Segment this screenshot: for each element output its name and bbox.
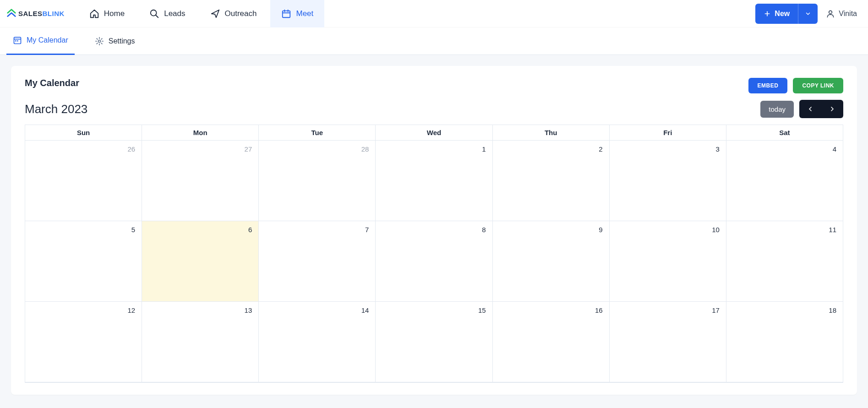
- calendar-day-number: 18: [829, 306, 836, 314]
- calendar-cell[interactable]: 7: [259, 221, 376, 302]
- svg-point-13: [98, 40, 100, 42]
- nav-leads[interactable]: Leads: [138, 0, 196, 27]
- user-name: Vinita: [839, 10, 857, 18]
- calendar-cell[interactable]: 27: [142, 141, 259, 221]
- new-button-label: New: [775, 10, 790, 18]
- nav-meet-label: Meet: [296, 9, 313, 18]
- calendar-day-number: 2: [599, 145, 602, 153]
- calendar-day-number: 3: [716, 145, 720, 153]
- today-button[interactable]: today: [760, 101, 794, 118]
- nav-home[interactable]: Home: [78, 0, 136, 27]
- svg-rect-11: [15, 40, 16, 42]
- subnav: My Calendar Settings: [0, 27, 868, 55]
- logo-icon: [6, 9, 16, 19]
- home-icon: [89, 9, 99, 19]
- nav-meet[interactable]: Meet: [270, 0, 324, 27]
- calendar-card: My Calendar EMBED COPY LINK March 2023 t…: [11, 66, 857, 395]
- day-header-fri: Fri: [610, 125, 726, 141]
- calendar-cell[interactable]: 4: [726, 141, 843, 221]
- calendar-row: 12131415161718: [25, 302, 843, 382]
- calendar-day-number: 11: [829, 226, 836, 234]
- calendar-day-number: 9: [599, 226, 602, 234]
- calendar-day-number: 27: [245, 145, 252, 153]
- prev-month-button[interactable]: [799, 100, 821, 118]
- calendar-cell[interactable]: 17: [610, 302, 726, 382]
- calendar-day-number: 26: [127, 145, 135, 153]
- calendar-grid: Sun Mon Tue Wed Thu Fri Sat 262728123456…: [25, 125, 843, 383]
- calendar-cell[interactable]: 9: [493, 221, 610, 302]
- nav-home-label: Home: [104, 9, 125, 18]
- card-header: My Calendar EMBED COPY LINK: [25, 78, 843, 93]
- calendar-cell[interactable]: 18: [726, 302, 843, 382]
- search-icon: [149, 9, 159, 19]
- page: My Calendar EMBED COPY LINK March 2023 t…: [0, 55, 868, 406]
- calendar-cell[interactable]: 1: [376, 141, 492, 221]
- new-button-dropdown[interactable]: [798, 4, 818, 24]
- calendar-cell[interactable]: 6: [142, 221, 259, 302]
- nav-outreach[interactable]: Outreach: [199, 0, 268, 27]
- new-button: New: [755, 4, 818, 24]
- calendar-row: 567891011: [25, 221, 843, 302]
- topbar-right: New Vinita: [755, 4, 862, 24]
- calendar-day-number: 28: [361, 145, 369, 153]
- user-menu[interactable]: Vinita: [826, 9, 862, 18]
- send-icon: [210, 9, 220, 19]
- calendar-day-number: 17: [712, 306, 720, 314]
- calendar-grid-icon: [13, 36, 22, 45]
- calendar-cell[interactable]: 15: [376, 302, 492, 382]
- calendar-day-number: 14: [361, 306, 369, 314]
- card-actions: EMBED COPY LINK: [748, 78, 843, 93]
- calendar-cell[interactable]: 16: [493, 302, 610, 382]
- nav-leads-label: Leads: [164, 9, 185, 18]
- gear-icon: [95, 37, 104, 46]
- calendar-cell[interactable]: 28: [259, 141, 376, 221]
- calendar-cell[interactable]: 12: [25, 302, 142, 382]
- user-icon: [826, 9, 835, 18]
- day-header-wed: Wed: [376, 125, 492, 141]
- calendar-cell[interactable]: 5: [25, 221, 142, 302]
- calendar-day-number: 8: [482, 226, 486, 234]
- calendar-nav: [799, 100, 843, 118]
- calendar-day-number: 16: [595, 306, 603, 314]
- topbar: SALESBLINK Home Leads Outreach Meet New: [0, 0, 868, 27]
- plus-icon: [764, 10, 771, 17]
- calendar-cell[interactable]: 13: [142, 302, 259, 382]
- svg-line-1: [156, 15, 158, 17]
- new-button-main[interactable]: New: [755, 10, 798, 18]
- calendar-day-number: 12: [127, 306, 135, 314]
- calendar-cell[interactable]: 8: [376, 221, 492, 302]
- calendar-day-number: 7: [365, 226, 369, 234]
- calendar-cell[interactable]: 11: [726, 221, 843, 302]
- calendar-day-number: 13: [245, 306, 252, 314]
- day-header-sun: Sun: [25, 125, 142, 141]
- copy-link-button[interactable]: COPY LINK: [793, 78, 843, 93]
- svg-rect-2: [283, 11, 290, 17]
- calendar-cell[interactable]: 3: [610, 141, 726, 221]
- calendar-day-number: 4: [833, 145, 836, 153]
- calendar-day-number: 15: [478, 306, 486, 314]
- subnav-settings[interactable]: Settings: [88, 27, 142, 55]
- calendar-icon: [281, 9, 291, 19]
- calendar-cell[interactable]: 26: [25, 141, 142, 221]
- subnav-my-calendar-label: My Calendar: [27, 36, 68, 44]
- calendar-header-row: Sun Mon Tue Wed Thu Fri Sat: [25, 125, 843, 141]
- calendar-day-number: 6: [248, 226, 252, 234]
- logo[interactable]: SALESBLINK: [6, 9, 65, 19]
- embed-button[interactable]: EMBED: [748, 78, 788, 93]
- day-header-thu: Thu: [493, 125, 610, 141]
- subnav-settings-label: Settings: [109, 37, 135, 45]
- day-header-sat: Sat: [726, 125, 843, 141]
- day-header-mon: Mon: [142, 125, 259, 141]
- calendar-cell[interactable]: 10: [610, 221, 726, 302]
- chevron-down-icon: [805, 11, 811, 17]
- svg-point-8: [829, 11, 832, 14]
- chevron-left-icon: [807, 105, 814, 113]
- calendar-day-number: 5: [131, 226, 135, 234]
- calendar-cell[interactable]: 2: [493, 141, 610, 221]
- calendar-controls: today: [760, 100, 843, 118]
- month-title: March 2023: [25, 102, 87, 116]
- subnav-my-calendar[interactable]: My Calendar: [6, 27, 75, 55]
- calendar-day-number: 10: [712, 226, 720, 234]
- next-month-button[interactable]: [821, 100, 843, 118]
- calendar-cell[interactable]: 14: [259, 302, 376, 382]
